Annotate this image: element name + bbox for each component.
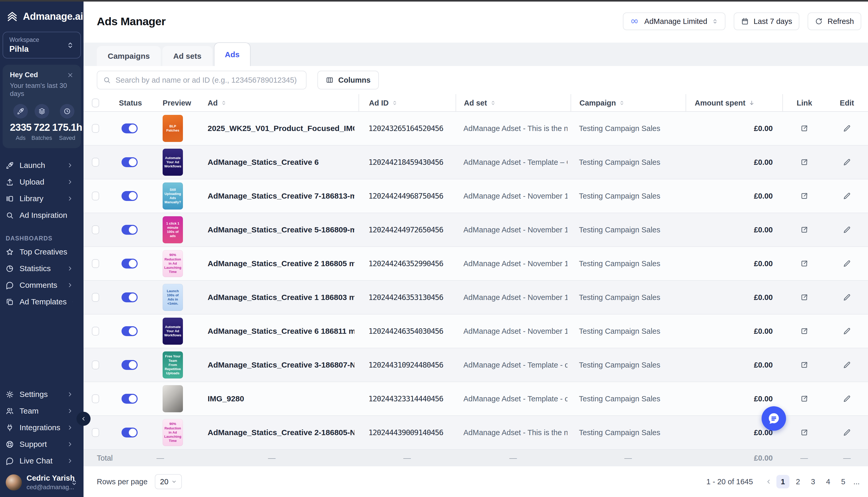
ad-preview-thumbnail[interactable]: Launch 100s of Ads in <1min. — [163, 284, 183, 311]
sidebar-item-comments[interactable]: Comments — [0, 277, 84, 294]
sidebar-item-live-chat[interactable]: Live Chat — [0, 453, 84, 469]
page-button-2[interactable]: 2 — [791, 475, 804, 488]
ad-name: AdManage_Statics_Creative 6 186811 micka… — [208, 327, 354, 336]
live-chat-fab[interactable] — [761, 406, 786, 431]
edit-icon[interactable] — [843, 124, 851, 132]
team-stats-card: Hey Ced Your team's last 30 days 2335 Ad… — [3, 65, 81, 148]
open-link-icon[interactable] — [800, 124, 809, 132]
page-button-5[interactable]: 5 — [837, 475, 850, 488]
page-button-3[interactable]: 3 — [807, 475, 819, 488]
ad-preview-thumbnail[interactable]: 90% Reduction in Ad Launching Time — [163, 250, 183, 277]
ad-preview-thumbnail[interactable] — [163, 385, 183, 412]
status-toggle[interactable] — [122, 259, 138, 269]
previous-page-button[interactable] — [763, 476, 774, 487]
sidebar-item-statistics[interactable]: Statistics — [0, 260, 84, 277]
open-link-icon[interactable] — [800, 226, 809, 234]
thumbnail-text: 90% Reduction in Ad Launching Time — [164, 422, 181, 443]
edit-icon[interactable] — [843, 259, 851, 268]
sidebar-item-team[interactable]: Team — [0, 403, 84, 419]
row-checkbox[interactable] — [92, 158, 99, 167]
open-link-icon[interactable] — [800, 192, 809, 200]
row-checkbox[interactable] — [92, 360, 99, 369]
sidebar-item-library[interactable]: Library — [0, 190, 84, 207]
edit-icon[interactable] — [843, 226, 851, 234]
search-input[interactable] — [115, 76, 301, 84]
tab-campaigns[interactable]: Campaigns — [97, 46, 161, 66]
open-link-icon[interactable] — [800, 293, 809, 301]
row-checkbox[interactable] — [92, 428, 99, 437]
status-toggle[interactable] — [122, 394, 138, 404]
row-checkbox[interactable] — [92, 394, 99, 403]
ad-preview-thumbnail[interactable]: BLP Patches — [163, 115, 183, 142]
open-link-icon[interactable] — [800, 259, 809, 268]
ad-preview-thumbnail[interactable]: 1 click 1 minute 100s of ads — [163, 216, 183, 243]
user-menu[interactable]: Cedric Yarish ced@admanag... — [0, 469, 84, 491]
edit-icon[interactable] — [843, 395, 851, 403]
workspace-selector[interactable]: Workspace Pihla — [3, 32, 81, 58]
open-link-icon[interactable] — [800, 158, 809, 166]
sidebar-item-ad-templates[interactable]: Ad Templates — [0, 294, 84, 310]
sidebar-item-ad-inspiration[interactable]: Ad Inspiration — [0, 207, 84, 224]
status-toggle[interactable] — [122, 191, 138, 201]
sidebar-item-upload[interactable]: Upload — [0, 174, 84, 190]
col-ad-id-sort[interactable]: Ad ID — [359, 94, 456, 112]
edit-icon[interactable] — [843, 192, 851, 200]
col-ad-sort[interactable]: Ad — [185, 94, 359, 112]
open-link-icon[interactable] — [800, 395, 809, 403]
thumbnail-text: Free Your Team From Repetitive Uploads — [164, 354, 181, 375]
edit-icon[interactable] — [843, 361, 851, 369]
ad-preview-thumbnail[interactable]: Free Your Team From Repetitive Uploads — [163, 352, 183, 379]
sidebar-item-integrations[interactable]: Integrations — [0, 419, 84, 436]
sidebar-collapse-button[interactable] — [77, 412, 91, 426]
ad-preview-thumbnail[interactable]: Still Uploading Ads Manually? — [163, 183, 183, 210]
row-checkbox[interactable] — [92, 225, 99, 234]
sidebar-item-support[interactable]: Support — [0, 436, 84, 453]
sort-desc-icon — [748, 100, 755, 106]
sidebar-item-top-creatives[interactable]: Top Creatives — [0, 244, 84, 260]
status-toggle[interactable] — [122, 428, 138, 438]
row-checkbox[interactable] — [92, 293, 99, 302]
ad-account-selector[interactable]: AdManage Limited — [623, 13, 726, 30]
edit-icon[interactable] — [843, 158, 851, 166]
rows-per-page-select[interactable]: 20 — [155, 474, 182, 489]
edit-icon[interactable] — [843, 293, 851, 301]
row-checkbox[interactable] — [92, 259, 99, 268]
edit-icon[interactable] — [843, 428, 851, 437]
row-checkbox[interactable] — [92, 124, 99, 133]
status-toggle[interactable] — [122, 157, 138, 167]
ad-preview-thumbnail[interactable]: Automate Your Ad Workflows — [163, 149, 183, 176]
open-link-icon[interactable] — [800, 361, 809, 369]
ad-preview-thumbnail[interactable]: 90% Reduction in Ad Launching Time — [163, 419, 183, 446]
refresh-button[interactable]: Refresh — [808, 13, 861, 30]
status-toggle[interactable] — [122, 326, 138, 336]
status-toggle[interactable] — [122, 360, 138, 370]
open-link-icon[interactable] — [800, 327, 809, 335]
ad-preview-thumbnail[interactable]: Automate Your Ad Workflows — [163, 318, 183, 345]
col-ad-set-sort[interactable]: Ad set — [456, 94, 570, 112]
ad-set: AdManage Adset - Template - copy: — [464, 361, 567, 369]
sidebar-item-settings[interactable]: Settings — [0, 386, 84, 403]
date-range-picker[interactable]: Last 7 days — [734, 13, 799, 30]
user-name: Cedric Yarish — [27, 474, 75, 482]
col-campaign-sort[interactable]: Campaign — [570, 94, 686, 112]
status-toggle[interactable] — [122, 293, 138, 302]
page-button-4[interactable]: 4 — [822, 475, 835, 488]
tab-ad-sets[interactable]: Ad sets — [162, 46, 212, 66]
col-amount-spent-sort[interactable]: Amount spent — [686, 94, 782, 112]
ad-set: AdManage Adset - Template – Copy — [464, 158, 567, 167]
chevron-right-icon — [67, 179, 73, 185]
brand[interactable]: Admanage.ai — [0, 10, 84, 22]
select-all-checkbox[interactable] — [92, 99, 99, 108]
close-icon[interactable] — [67, 72, 74, 79]
columns-button[interactable]: Columns — [317, 71, 379, 89]
row-checkbox[interactable] — [92, 191, 99, 200]
tab-ads[interactable]: Ads — [214, 42, 251, 66]
edit-icon[interactable] — [843, 327, 851, 335]
ad-set: AdManage Adset - Template - copy: — [464, 395, 567, 403]
status-toggle[interactable] — [122, 225, 138, 235]
page-button-1[interactable]: 1 — [776, 475, 789, 488]
row-checkbox[interactable] — [92, 327, 99, 336]
status-toggle[interactable] — [122, 124, 138, 133]
sidebar-item-launch[interactable]: Launch — [0, 157, 84, 174]
open-link-icon[interactable] — [800, 428, 809, 437]
